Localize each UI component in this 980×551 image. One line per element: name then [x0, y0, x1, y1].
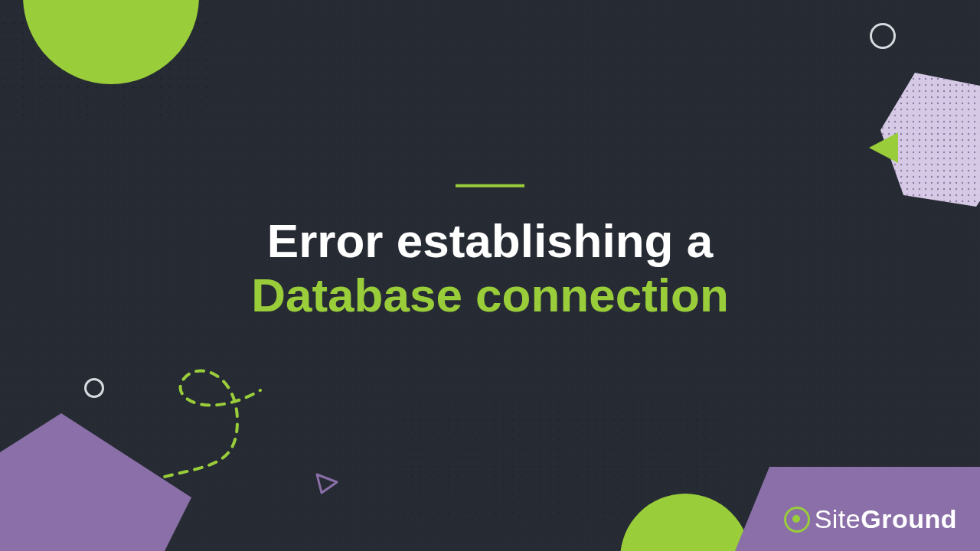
siteground-logo: SiteGround — [784, 504, 957, 534]
logo-badge-icon — [784, 507, 810, 533]
green-circle-top-left — [23, 0, 199, 84]
ring-top-right-icon — [870, 23, 896, 49]
triangle-outline-bottom-icon — [314, 468, 341, 496]
brand-name-part1: Site — [815, 504, 861, 533]
svg-marker-5 — [317, 474, 337, 493]
brand-name-part2: Ground — [861, 504, 957, 533]
svg-marker-4 — [0, 413, 191, 551]
title-block: Error establishing a Database connection — [0, 184, 980, 323]
ring-bottom-left-icon — [84, 378, 104, 398]
purple-trapezoid-bottom-left — [0, 413, 207, 551]
title-line-2: Database connection — [0, 268, 980, 322]
title-line-1: Error establishing a — [0, 214, 980, 268]
accent-bar — [456, 184, 524, 187]
